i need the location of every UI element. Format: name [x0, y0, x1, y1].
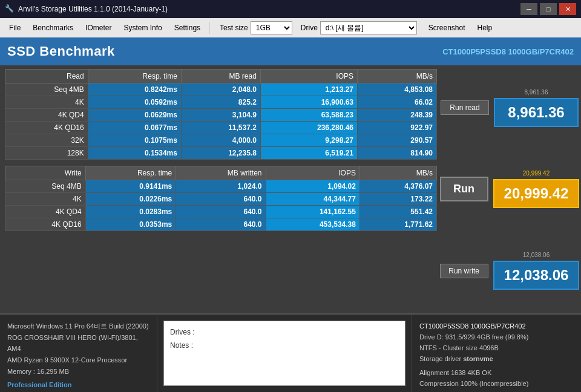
- overall-score-row: Run 20,999.42 20,999.42: [440, 170, 580, 208]
- menu-benchmarks[interactable]: Benchmarks: [27, 21, 79, 35]
- resp-time-header: Resp. time: [88, 70, 181, 83]
- menu-help[interactable]: Help: [472, 21, 498, 35]
- table-row: 4K QD160.0677ms11,537.2236,280.46922.97: [5, 122, 437, 134]
- write-resp-time-header: Resp. time: [85, 166, 176, 180]
- main-content: Read Resp. time MB read IOPS MB/s Seq 4M…: [0, 65, 581, 313]
- overall-score-section: 20,999.42 20,999.42: [493, 170, 580, 208]
- table-row: 32K0.1075ms4,000.09,298.27290.57: [5, 134, 437, 147]
- drive-wrap: Drive d:\ [새 볼륨]: [296, 21, 417, 34]
- table-row: 4K QD40.0283ms640.0141,162.55551.42: [5, 206, 437, 218]
- table-row: 128K0.1534ms12,235.86,519.21814.90: [5, 147, 437, 160]
- read-score-box: 8,961.36: [494, 98, 579, 127]
- alignment-info: Alignment 1638 4KB OK: [419, 367, 574, 378]
- read-score-label: 8,961.36: [525, 89, 548, 96]
- table-row: 4K QD40.0629ms3,104.963,588.23248.39: [5, 109, 437, 122]
- write-score-label: 12,038.06: [523, 252, 550, 258]
- mb-written-header: MB written: [176, 166, 266, 180]
- title-bar-text: Anvil's Storage Utilities 1.1.0 (2014-Ja…: [18, 5, 520, 13]
- test-size-wrap: Test size 1GB 512MB 2GB 4GB: [215, 21, 292, 34]
- window-controls: ─ □ ✕: [520, 3, 576, 15]
- status-right: CT1000P5SSD8 1000GB/P7CR402Drive D: 931.…: [412, 315, 581, 392]
- iops-header: IOPS: [260, 70, 357, 83]
- read-score-row: Run read 8,961.36 8,961.36: [441, 89, 579, 127]
- status-left: Microsoft Windows 11 Pro 64비트 Build (220…: [0, 315, 157, 392]
- app-title: SSD Benchmark: [7, 44, 115, 59]
- write-score-section: 12,038.06 12,038.06: [493, 252, 580, 290]
- read-score-section: 8,961.36 8,961.36: [494, 89, 579, 127]
- run-button[interactable]: Run: [440, 177, 488, 201]
- status-bar: Microsoft Windows 11 Pro 64비트 Build (220…: [0, 313, 581, 392]
- sys-info-line: Microsoft Windows 11 Pro 64비트 Build (220…: [7, 321, 149, 332]
- minimize-button[interactable]: ─: [520, 3, 537, 15]
- drive-details: CT1000P5SSD8 1000GB/P7CR402Drive D: 931.…: [419, 321, 574, 365]
- table-row: Seq 4MB0.9141ms1,024.01,094.024,376.07: [5, 180, 437, 193]
- maximize-button[interactable]: □: [540, 3, 557, 15]
- sys-info-line: Memory : 16,295 MB: [7, 366, 149, 377]
- right-panel: Run read 8,961.36 8,961.36 Run 20,999.42…: [443, 69, 576, 310]
- drive-detail-line: NTFS - Cluster size 4096B: [419, 342, 574, 353]
- menu-screenshot[interactable]: Screenshot: [423, 21, 471, 35]
- system-info: Microsoft Windows 11 Pro 64비트 Build (220…: [7, 321, 149, 377]
- table-area: Read Resp. time MB read IOPS MB/s Seq 4M…: [5, 69, 437, 310]
- write-score-row: Run write 12,038.06 12,038.06: [440, 252, 580, 290]
- drive-detail-line: CT1000P5SSD8 1000GB/P7CR402: [419, 321, 574, 332]
- run-write-button[interactable]: Run write: [440, 264, 488, 278]
- overall-score-label: 20,999.42: [523, 170, 550, 177]
- table-row: 4K QD160.0353ms640.0453,534.381,771.62: [5, 218, 437, 231]
- table-row: 4K0.0226ms640.044,344.77173.22: [5, 193, 437, 206]
- overall-score-box: 20,999.42: [493, 179, 580, 208]
- menu-system-info[interactable]: System Info: [118, 21, 167, 35]
- menu-bar: File Benchmarks IOmeter System Info Sett…: [0, 18, 581, 38]
- mbs-header: MB/s: [358, 70, 437, 83]
- mb-read-header: MB read: [181, 70, 260, 83]
- read-table: Read Resp. time MB read IOPS MB/s Seq 4M…: [5, 69, 437, 160]
- drive-info: CT1000P5PSSD8 1000GB/P7CR402: [442, 47, 574, 56]
- app-header: SSD Benchmark CT1000P5PSSD8 1000GB/P7CR4…: [0, 38, 581, 65]
- write-mbs-header: MB/s: [359, 166, 436, 180]
- drive-detail-line: Storage driver stornvme: [419, 353, 574, 364]
- sys-info-line: AMD Ryzen 9 5900X 12-Core Processor: [7, 354, 149, 366]
- pro-edition-label: Professional Edition: [7, 379, 149, 391]
- app-icon: 🔧: [5, 4, 15, 14]
- drive-label: Drive: [301, 24, 318, 32]
- sys-info-line: ROG CROSSHAIR VIII HERO (WI-FI)/3801, AM…: [7, 332, 149, 354]
- close-button[interactable]: ✕: [559, 3, 576, 15]
- read-col-header: Read: [5, 70, 88, 83]
- table-row: Seq 4MB0.8242ms2,048.01,213.274,853.08: [5, 83, 437, 96]
- compression-info: Compression 100% (Incompressible): [419, 378, 574, 389]
- menu-separator-1: [209, 22, 209, 34]
- table-row: 4K0.0592ms825.216,900.6366.02: [5, 96, 437, 109]
- menu-iometer[interactable]: IOmeter: [80, 21, 117, 35]
- test-size-label: Test size: [220, 24, 248, 32]
- drive-detail-line: Drive D: 931.5/929.4GB free (99.8%): [419, 332, 574, 342]
- drive-select[interactable]: d:\ [새 볼륨]: [320, 21, 417, 34]
- test-size-select[interactable]: 1GB 512MB 2GB 4GB: [251, 21, 292, 34]
- notes-label: Notes :: [170, 339, 399, 353]
- menu-file[interactable]: File: [4, 21, 26, 35]
- title-bar: 🔧 Anvil's Storage Utilities 1.1.0 (2014-…: [0, 0, 581, 18]
- write-score-box: 12,038.06: [493, 261, 580, 290]
- menu-settings[interactable]: Settings: [169, 21, 206, 35]
- write-table: Write Resp. time MB written IOPS MB/s Se…: [5, 166, 437, 231]
- write-col-header: Write: [5, 166, 86, 180]
- drives-label: Drives :: [170, 326, 399, 339]
- run-read-button[interactable]: Run read: [441, 100, 489, 115]
- write-iops-header: IOPS: [266, 166, 359, 180]
- status-notes[interactable]: Drives : Notes :: [163, 321, 405, 386]
